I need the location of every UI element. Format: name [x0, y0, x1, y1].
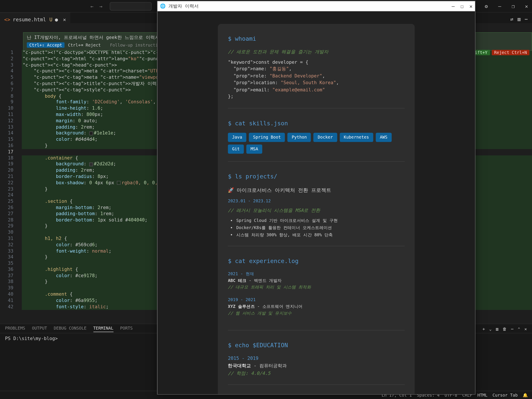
list-item: Spring Cloud 기반 마이크로서비스 설계 및 구현 — [236, 217, 405, 224]
resume-section-whoami: $ whoami // 새로운 도전과 문제 해결을 즐기는 개발자 "keyw… — [228, 34, 405, 108]
browser-minimize-icon[interactable]: — — [452, 3, 455, 9]
tab-close-icon[interactable]: ✕ — [63, 17, 66, 22]
terminal-kill-icon[interactable]: 🗑 — [503, 327, 507, 331]
reject-button[interactable]: Ctrl+⌫ Reject — [68, 43, 101, 47]
resume-container: $ whoami // 새로운 도전과 문제 해결을 즐기는 개발자 "keyw… — [218, 24, 415, 394]
compare-changes-icon[interactable]: ⇄ — [510, 16, 513, 22]
section-heading: $ ls projects/ — [228, 172, 405, 181]
skill-tag: Python — [287, 133, 311, 142]
whoami-code-block: "keyword">const developer = { "prop">nam… — [228, 59, 405, 101]
browser-maximize-icon[interactable]: ☐ — [461, 3, 464, 9]
education-gpa: // 학점: 4.0/4.5 — [228, 370, 405, 377]
skill-tag: Docker — [314, 133, 337, 142]
panel-tab-problems[interactable]: PROBLEMS — [5, 326, 25, 332]
experience-entry: 2019 - 2021XYZ 솔루션즈 - 소프트웨어 엔지니어// 웹 서비스… — [228, 297, 405, 317]
skill-tag-list: JavaSpring BootPythonDockerKubernetesAWS… — [228, 133, 405, 154]
window-restore-icon[interactable]: ❐ — [510, 3, 516, 9]
project-title: 마이크로서비스 아키텍처 전환 프로젝트 — [237, 186, 331, 194]
globe-icon: 🌐 — [160, 3, 166, 9]
browser-titlebar: 🌐 개발자 이력서 — ☐ ✕ — [158, 1, 475, 11]
terminal-dropdown-icon[interactable]: ⌄ — [489, 327, 492, 331]
browser-window-title: 개발자 이력서 — [168, 3, 199, 9]
reject-chip[interactable]: Reject Ctrl+N — [492, 50, 529, 55]
skill-tag: Spring Boot — [249, 133, 285, 142]
accept-button[interactable]: Ctrl+⇧ Accept — [27, 42, 65, 48]
browser-viewport[interactable]: $ whoami // 새로운 도전과 문제 해결을 즐기는 개발자 "keyw… — [158, 11, 475, 394]
education-date: 2015 - 2019 — [228, 355, 405, 362]
skill-tag: MSA — [246, 145, 262, 154]
skill-tag: Kubernetes — [339, 133, 373, 142]
whoami-comment: // 새로운 도전과 문제 해결을 즐기는 개발자 — [228, 48, 405, 56]
skill-tag: Java — [228, 133, 246, 142]
skill-tag: Git — [228, 145, 244, 154]
terminal-prompt: PS D:\site\my-blog> — [5, 336, 58, 341]
panel-tab-ports[interactable]: PORTS — [120, 326, 133, 332]
status-language-mode[interactable]: HTML — [477, 393, 488, 398]
terminal-new-icon[interactable]: + — [482, 327, 485, 331]
list-item: 시스템 처리량 300% 향상, 배포 시간 80% 단축 — [236, 231, 405, 238]
browser-close-icon[interactable]: ✕ — [469, 3, 472, 9]
section-heading: $ whoami — [228, 34, 405, 43]
panel-maximize-icon[interactable]: ⌃ — [518, 327, 520, 331]
section-heading: $ cat skills.json — [228, 119, 405, 128]
resume-section-experience: $ cat experience.log 2021 - 현재ABC 테크 - 백… — [228, 256, 405, 330]
project-comment: // 레거시 모놀리식 시스템을 MSA로 전환 — [228, 207, 405, 214]
preview-browser-window: 🌐 개발자 이력서 — ☐ ✕ $ whoami // 새로운 도전과 문제 해… — [157, 1, 475, 395]
skill-tag: AWS — [376, 133, 392, 142]
resume-section-education: $ echo $EDUCATION 2015 - 2019 한국대학교 - 컴퓨… — [228, 341, 405, 385]
html-file-icon: <> — [4, 17, 10, 22]
terminal-more-icon[interactable]: ⋯ — [511, 327, 513, 331]
panel-tab-terminal[interactable]: TERMINAL — [93, 326, 113, 332]
section-heading: $ echo $EDUCATION — [228, 341, 405, 350]
window-close-icon[interactable]: ✕ — [524, 3, 529, 9]
section-heading: $ cat experience.log — [228, 256, 405, 266]
notifications-bell-icon[interactable]: 🔔 — [523, 393, 528, 398]
panel-close-icon[interactable]: ✕ — [524, 327, 527, 331]
nav-forward-icon[interactable]: → — [99, 3, 102, 9]
window-minimize-icon[interactable]: — — [497, 3, 503, 9]
project-bullet-list: Spring Cloud 기반 마이크로서비스 설계 및 구현Docker/K8… — [236, 217, 405, 238]
terminal-split-icon[interactable]: ▥ — [496, 327, 499, 331]
settings-gear-icon[interactable]: ⚙ — [483, 3, 489, 9]
tab-dirty-indicator: ● — [55, 17, 58, 22]
command-center-search[interactable] — [110, 2, 152, 10]
split-editor-icon[interactable]: ▥ — [517, 16, 520, 22]
tab-modified-badge: U — [49, 17, 52, 22]
nav-back-icon[interactable]: ← — [90, 3, 94, 9]
line-number-gutter: 1234567891011121314151617181920212223242… — [0, 50, 18, 310]
list-item: Docker/K8s를 활용한 컨테이너 오케스트레이션 — [236, 224, 405, 231]
project-date: 2023.01 - 2023.12 — [228, 198, 405, 204]
more-actions-icon[interactable]: ⋯ — [525, 16, 528, 22]
resume-section-projects: $ ls projects/ 🚀 마이크로서비스 아키텍처 전환 프로젝트 20… — [228, 172, 405, 246]
rocket-icon: 🚀 — [228, 186, 234, 194]
resume-section-skills: $ cat skills.json JavaSpring BootPythonD… — [228, 119, 405, 162]
education-school-line: 한국대학교 - 컴퓨터공학과 — [228, 362, 405, 370]
panel-tab-debug-console[interactable]: DEBUG CONSOLE — [54, 326, 87, 332]
tab-filename: resume.html — [13, 17, 46, 22]
experience-entry: 2021 - 현재ABC 테크 - 백엔드 개발자// 대규모 트래픽 처리 및… — [228, 270, 405, 291]
status-cursor-tab[interactable]: Cursor Tab — [492, 393, 518, 398]
panel-tab-output[interactable]: OUTPUT — [32, 326, 47, 332]
